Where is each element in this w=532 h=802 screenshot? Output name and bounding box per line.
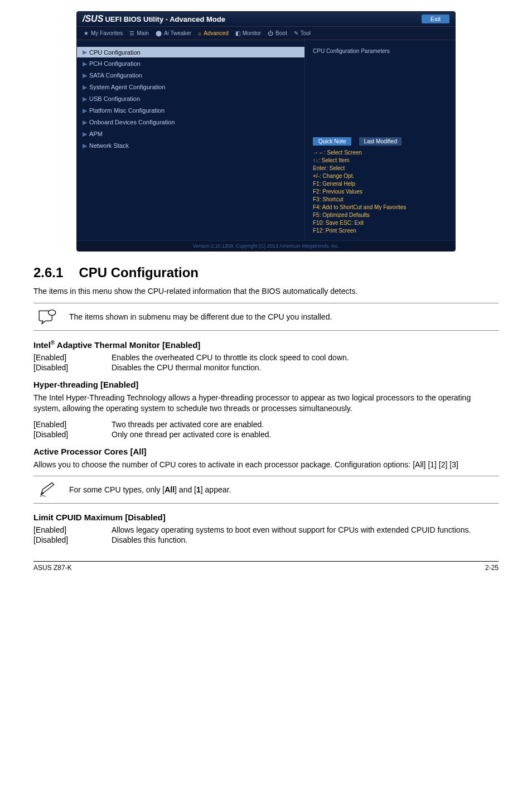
last-modified-button[interactable]: Last Modified [359, 137, 401, 146]
tab-ai-tweaker[interactable]: ⬤Ai Tweaker [156, 30, 191, 36]
exit-button[interactable]: Exit [422, 15, 449, 23]
tab-my-favorites[interactable]: ★My Favorites [84, 30, 123, 36]
option-value: Allows legacy operating systems to boot … [112, 525, 499, 534]
tab-main[interactable]: ☰Main [129, 30, 149, 36]
key-hints: →←: Select Screen ↑↓: Select Item Enter:… [313, 149, 447, 235]
tab-monitor[interactable]: ◧Monitor [235, 30, 261, 36]
hint-line: →←: Select Screen [313, 149, 447, 157]
hint-line: F10: Save ESC: Exit [313, 219, 447, 227]
menu-item-network-stack[interactable]: ▶Network Stack [77, 141, 304, 151]
heading-limit-cpuid: Limit CPUID Maximum [Disabled] [33, 513, 499, 522]
note-box-submenu: The items shown in submenu may be differ… [33, 303, 499, 331]
option-key-disabled: [Disabled] [33, 363, 112, 372]
option-value: Disables the CPU thermal monitor functio… [112, 363, 261, 372]
hyper-threading-body: The Intel Hyper-Threading Technology all… [33, 393, 499, 414]
bios-header: /SUS UEFI BIOS Utility - Advanced Mode E… [77, 12, 455, 27]
heading-hyper-threading: Hyper-threading [Enabled] [33, 380, 499, 389]
option-row: [Enabled] Two threads per activated core… [33, 420, 499, 429]
bios-top-tabs: ★My Favorites ☰Main ⬤Ai Tweaker ⌂Advance… [77, 27, 455, 40]
asus-logo: /SUS [83, 14, 103, 23]
heading-active-cores: Active Processor Cores [All] [33, 447, 499, 456]
tab-tool[interactable]: ✎Tool [294, 30, 311, 36]
hint-line: F5: Optimized Defaults [313, 211, 447, 219]
note-text: The items shown in submenu may be differ… [69, 312, 332, 321]
menu-item-sata-configuration[interactable]: ▶SATA Configuration [77, 70, 304, 81]
option-key-enabled: [Enabled] [33, 525, 112, 534]
heading-intel-thermal: Intel® Adaptive Thermal Monitor [Enabled… [33, 340, 499, 350]
footer-page-number: 2-25 [485, 564, 499, 572]
hint-line: F3: Shortcut [313, 196, 447, 204]
hint-line: F1: General Help [313, 180, 447, 188]
hint-line: F12: Print Screen [313, 227, 447, 235]
quick-bar: Quick Note Last Modified [313, 137, 447, 146]
footer-product: ASUS Z87-K [33, 564, 72, 572]
menu-item-apm[interactable]: ▶APM [77, 129, 304, 139]
section-intro: The items in this menu show the CPU-rela… [33, 286, 499, 297]
menu-item-usb-configuration[interactable]: ▶USB Configuration [77, 94, 304, 104]
menu-item-pch-configuration[interactable]: ▶PCH Configuration [77, 59, 304, 69]
tab-boot[interactable]: ⏻Boot [268, 30, 287, 36]
hint-line: F4: Add to ShortCut and My Favorites [313, 204, 447, 211]
menu-item-system-agent-configuration[interactable]: ▶System Agent Configuration [77, 82, 304, 93]
note-icon [38, 309, 57, 325]
section-heading: 2.6.1CPU Configuration [33, 265, 499, 281]
bios-right-panel: CPU Configuration Parameters Quick Note … [304, 40, 455, 240]
option-row: [Disabled] Disables this function. [33, 535, 499, 544]
bios-left-panel: ▶CPU Configuration ▶PCH Configuration ▶S… [77, 40, 304, 240]
tab-advanced[interactable]: ⌂Advanced [198, 30, 229, 36]
section-title: CPU Configuration [79, 265, 199, 280]
option-row: [Disabled] Disables the CPU thermal moni… [33, 363, 499, 372]
section-number: 2.6.1 [33, 265, 63, 280]
option-value: Two threads per activated core are enabl… [112, 420, 264, 429]
bios-advanced-mode-screenshot: /SUS UEFI BIOS Utility - Advanced Mode E… [76, 11, 456, 252]
hint-line: +/-: Change Opt. [313, 172, 447, 180]
pencil-icon [38, 482, 57, 497]
hint-line: ↑↓: Select Item [313, 157, 447, 165]
menu-item-onboard-devices-configuration[interactable]: ▶Onboard Devices Configuration [77, 117, 304, 128]
option-key-disabled: [Disabled] [33, 430, 112, 439]
svg-point-0 [49, 310, 56, 315]
menu-item-cpu-configuration[interactable]: ▶CPU Configuration [77, 47, 304, 57]
option-row: [Disabled] Only one thread per activated… [33, 430, 499, 439]
right-panel-description: CPU Configuration Parameters [313, 46, 447, 135]
bios-footer-version: Version 2.10.1208. Copyright (C) 2013 Am… [77, 240, 455, 251]
option-key-enabled: [Enabled] [33, 353, 112, 362]
option-key-disabled: [Disabled] [33, 535, 112, 544]
note-text: For some CPU types, only [All] and [1] a… [69, 485, 231, 494]
menu-item-platform-misc-configuration[interactable]: ▶Platform Misc Configuration [77, 105, 304, 116]
option-value: Disables this function. [112, 535, 187, 544]
note-box-cpu-types: For some CPU types, only [All] and [1] a… [33, 476, 499, 504]
bios-body: ▶CPU Configuration ▶PCH Configuration ▶S… [77, 40, 455, 240]
option-row: [Enabled] Enables the overheated CPU to … [33, 353, 499, 362]
option-row: [Enabled] Allows legacy operating system… [33, 525, 499, 534]
bios-mode-title: UEFI BIOS Utility - Advanced Mode [105, 15, 225, 23]
bios-title-block: /SUS UEFI BIOS Utility - Advanced Mode [83, 14, 225, 24]
option-value: Only one thread per activated core is en… [112, 430, 271, 439]
quick-note-button[interactable]: Quick Note [313, 137, 351, 146]
option-key-enabled: [Enabled] [33, 420, 112, 429]
hint-line: Enter: Select [313, 165, 447, 172]
page-footer: ASUS Z87-K 2-25 [33, 561, 499, 572]
active-cores-body: Allows you to choose the number of CPU c… [33, 460, 499, 471]
option-value: Enables the overheated CPU to throttle i… [112, 353, 349, 362]
hint-line: F2: Previous Values [313, 188, 447, 196]
